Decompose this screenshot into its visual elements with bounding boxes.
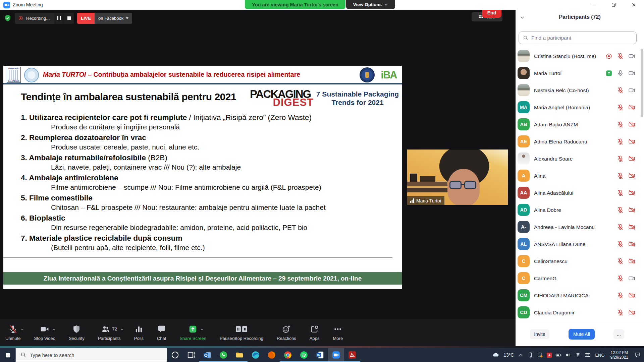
cam-off-icon[interactable] — [628, 121, 635, 128]
spotify-taskbar-icon[interactable] — [296, 348, 312, 362]
mic-off-icon[interactable] — [617, 87, 624, 94]
view-options-button[interactable]: View Options — [346, 0, 395, 9]
mic-off-icon[interactable] — [617, 104, 624, 111]
notification-badge[interactable]: 4 — [547, 353, 552, 358]
your-phone-icon[interactable] — [527, 352, 533, 358]
apps-button[interactable]: Apps — [310, 324, 320, 341]
cam-off-icon[interactable] — [628, 258, 635, 265]
network-icon[interactable] — [575, 352, 581, 358]
mic-off-icon[interactable] — [617, 138, 624, 145]
cam-on-icon[interactable] — [628, 275, 635, 282]
mic-off-icon[interactable] — [617, 189, 624, 196]
action-center-icon[interactable] — [635, 352, 641, 358]
explorer-taskbar-icon[interactable] — [231, 348, 248, 362]
firefox-taskbar-icon[interactable] — [264, 348, 280, 362]
mic-on-icon[interactable] — [617, 70, 624, 77]
live-target[interactable]: on Facebook — [95, 13, 132, 24]
panel-more-button[interactable]: ... — [613, 329, 624, 339]
participant-row[interactable]: A- Andreea - Lavinia Mocanu — [516, 219, 644, 236]
cam-on-icon[interactable] — [628, 70, 635, 77]
participant-row[interactable]: CD Claudia Dragomir — [516, 304, 644, 321]
participant-row[interactable]: AA Alina Adascălului — [516, 184, 644, 201]
cam-off-icon[interactable] — [628, 241, 635, 248]
sync-app-icon[interactable] — [537, 352, 543, 358]
chevron-up-icon[interactable] — [52, 327, 56, 330]
reactions-button[interactable]: Reactions — [277, 324, 296, 341]
mic-off-icon[interactable] — [617, 258, 624, 265]
cortana-taskbar-icon[interactable] — [167, 348, 183, 362]
cam-off-icon[interactable] — [628, 104, 635, 111]
cam-off-icon[interactable] — [628, 309, 635, 316]
chevron-up-icon[interactable] — [200, 327, 204, 330]
outlook-taskbar-icon[interactable] — [199, 348, 215, 362]
panel-scrollbar[interactable] — [641, 49, 643, 117]
battery-icon[interactable] — [555, 352, 561, 358]
mic-off-icon[interactable] — [617, 241, 624, 248]
cam-off-icon[interactable] — [628, 292, 635, 299]
mic-off-icon[interactable] — [617, 206, 624, 214]
live-stream-indicator[interactable]: LIVE on Facebook — [77, 13, 132, 24]
participant-row[interactable]: AD Alina Dobre — [516, 201, 644, 219]
speaker-video-thumbnail[interactable]: Maria Turtoi — [407, 149, 508, 205]
mic-off-icon[interactable] — [617, 292, 624, 299]
security-button[interactable]: Security — [69, 324, 85, 341]
weather-cloud-icon[interactable] — [492, 352, 500, 358]
pause-recording-button[interactable] — [54, 13, 64, 24]
mic-off-icon[interactable] — [617, 309, 624, 316]
rec-icon[interactable] — [605, 53, 612, 60]
edge-taskbar-icon[interactable] — [248, 348, 264, 362]
share-screen-button[interactable]: Share Screen — [179, 324, 206, 341]
cam-off-icon[interactable] — [628, 155, 635, 162]
mic-off-icon[interactable] — [617, 53, 624, 60]
invite-button[interactable]: Invite — [530, 329, 549, 339]
cam-off-icon[interactable] — [628, 172, 635, 179]
chrome-taskbar-icon[interactable] — [280, 348, 296, 362]
participant-row[interactable]: Cristina Stanciu (Host, me) — [516, 48, 644, 65]
participant-row[interactable]: Nastasia Belc (Co-host) — [516, 82, 644, 99]
cam-off-icon[interactable] — [628, 138, 635, 145]
word-taskbar-icon[interactable]: W — [312, 348, 328, 362]
mute-all-button[interactable]: Mute All — [569, 329, 595, 340]
participant-row[interactable]: CM CIHODARU MARICICA — [516, 287, 644, 304]
cam-off-icon[interactable] — [628, 206, 635, 214]
tray-expand-icon[interactable] — [518, 352, 524, 358]
participant-row[interactable]: Alexandru Soare — [516, 150, 644, 167]
mic-off-icon[interactable] — [617, 121, 624, 128]
mic-off-icon[interactable] — [617, 155, 624, 162]
pause-stop-recording-button[interactable]: Pause/Stop Recording — [220, 324, 263, 341]
participant-row[interactable]: AL ANSVSA LIliana Dune — [516, 236, 644, 253]
taskbar-clock[interactable]: 12:02 PM 9/29/2021 — [610, 350, 628, 360]
close-button[interactable] — [628, 0, 639, 10]
cam-on-icon[interactable] — [628, 53, 635, 60]
touch-keyboard-icon[interactable] — [585, 352, 591, 358]
language-indicator[interactable]: ENG — [595, 353, 604, 358]
chat-button[interactable]: Chat — [157, 324, 166, 341]
minimize-button[interactable] — [588, 0, 600, 10]
participant-row[interactable]: A Alina — [516, 167, 644, 184]
share-icon[interactable] — [605, 70, 612, 77]
cam-off-icon[interactable] — [628, 224, 635, 231]
taskview-taskbar-icon[interactable] — [183, 348, 199, 362]
participants-button[interactable]: 72 Participants — [98, 324, 121, 341]
participant-row[interactable]: AB Adam Bajko ANZM — [516, 116, 644, 133]
more-button[interactable]: More — [333, 324, 343, 341]
unmute-button[interactable]: Unmute — [5, 324, 21, 341]
polls-button[interactable]: Polls — [134, 324, 144, 341]
mic-off-icon[interactable] — [617, 224, 624, 231]
zoom-taskbar-icon[interactable] — [328, 348, 344, 362]
cam-on-icon[interactable] — [628, 87, 635, 94]
mic-off-icon[interactable] — [617, 172, 624, 179]
participant-row[interactable]: AE Adina Elena Raducanu — [516, 133, 644, 150]
participant-row[interactable]: Maria Turtoi — [516, 65, 644, 82]
start-button[interactable] — [0, 348, 15, 362]
stop-video-button[interactable]: Stop Video — [34, 324, 55, 341]
chevron-up-icon[interactable] — [120, 327, 124, 330]
weather-temperature[interactable]: 13°C — [503, 352, 514, 358]
stop-recording-button[interactable] — [64, 13, 74, 24]
speaker-icon[interactable] — [565, 352, 571, 358]
acrobat-taskbar-icon[interactable] — [344, 348, 360, 362]
participant-search-box[interactable] — [519, 32, 637, 44]
restore-button[interactable] — [608, 0, 619, 10]
participant-row[interactable]: MA Maria Anghel (Romania) — [516, 99, 644, 116]
search-input[interactable] — [531, 35, 632, 41]
